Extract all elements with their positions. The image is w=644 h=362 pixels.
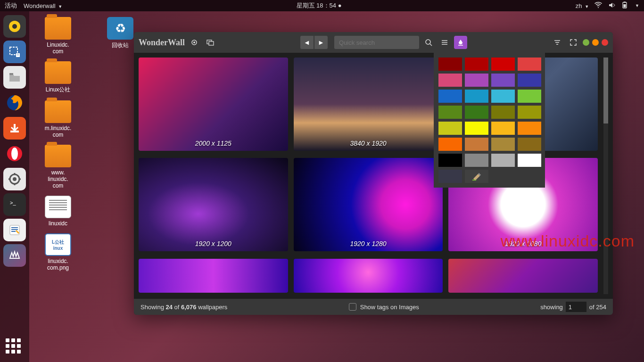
volume-icon[interactable]	[608, 1, 615, 10]
color-swatch[interactable]	[438, 90, 462, 103]
system-menu-icon[interactable]: ▼	[635, 3, 639, 8]
color-picker-popup	[434, 53, 545, 188]
wallpaper-thumb[interactable]: 1920 x 1280	[294, 158, 443, 251]
dock-screenshot[interactable]: +	[3, 41, 26, 63]
color-swatch[interactable]	[491, 122, 515, 135]
color-swatch[interactable]	[465, 154, 488, 167]
color-swatch[interactable]	[518, 58, 541, 71]
scrollbar[interactable]	[603, 58, 608, 294]
wallpaper-thumb[interactable]	[448, 259, 598, 293]
filter-icon[interactable]	[551, 36, 564, 49]
color-swatch[interactable]	[465, 122, 488, 135]
svg-text:+: +	[17, 53, 19, 57]
wifi-icon[interactable]	[594, 1, 602, 10]
dock-terminal[interactable]: >_	[3, 193, 26, 216]
svg-point-4	[12, 24, 17, 29]
desktop-folder[interactable]: Linuxidc. com	[37, 17, 79, 55]
color-swatch[interactable]	[518, 90, 541, 103]
color-swatch[interactable]	[438, 154, 462, 167]
color-swatch[interactable]	[465, 90, 488, 103]
wallpaper-thumb[interactable]: 2000 x 1125	[139, 58, 288, 151]
dock-wonderwall[interactable]	[3, 244, 26, 267]
color-swatch[interactable]	[491, 138, 515, 151]
gallery-button[interactable]	[204, 36, 217, 49]
activities-button[interactable]: 活动	[5, 1, 17, 10]
wallpaper-thumb[interactable]: 1920 x 1200	[139, 158, 288, 251]
app-menu[interactable]: Wonderwall ▼	[24, 2, 62, 9]
status-count: Showing 24 of 6,076 wallpapers	[140, 304, 227, 311]
show-apps-button[interactable]	[6, 338, 24, 356]
dock-settings[interactable]	[3, 168, 26, 190]
color-swatch[interactable]	[491, 154, 515, 167]
color-swatch[interactable]	[518, 154, 541, 167]
wonderwall-window: WonderWall ◄ ►	[134, 32, 613, 315]
color-swatch[interactable]	[465, 58, 488, 71]
search-input[interactable]	[334, 36, 419, 49]
svg-point-27	[426, 40, 430, 44]
nav-prev-button[interactable]: ◄	[300, 36, 314, 49]
color-swatch[interactable]	[438, 170, 462, 183]
color-swatch[interactable]	[438, 106, 462, 119]
svg-rect-26	[209, 41, 214, 45]
page-input[interactable]	[566, 302, 586, 312]
color-swatch[interactable]	[465, 74, 488, 87]
color-filter-button[interactable]	[454, 36, 467, 49]
show-tags-label: Show tags on Images	[360, 304, 419, 311]
resolution-label: 1920 x 1280	[294, 240, 443, 247]
clock[interactable]: 星期五 18：54 ●	[62, 1, 576, 10]
dock-software[interactable]	[3, 117, 26, 140]
titlebar: WonderWall ◄ ►	[134, 32, 613, 53]
resolution-label: 3840 x 1920	[294, 140, 443, 147]
color-swatch[interactable]	[518, 74, 541, 87]
maximize-button[interactable]	[592, 39, 599, 46]
desktop-folder[interactable]: m.linuxidc. com	[37, 100, 79, 138]
wallpaper-thumb[interactable]: 3840 x 1920	[294, 58, 443, 151]
svg-rect-8	[9, 73, 13, 75]
color-swatch[interactable]	[438, 122, 462, 135]
svg-text:>_: >_	[10, 200, 16, 206]
color-swatch[interactable]	[465, 138, 488, 151]
color-swatch[interactable]	[491, 90, 515, 103]
list-icon[interactable]	[438, 36, 451, 49]
settings-button[interactable]	[188, 36, 201, 49]
statusbar: Showing 24 of 6,076 wallpapers Show tags…	[134, 299, 613, 315]
resolution-label: 1920 x 1200	[139, 240, 288, 247]
color-swatch[interactable]	[491, 74, 515, 87]
nav-next-button[interactable]: ►	[314, 36, 328, 49]
resolution-label: 2000 x 1125	[139, 140, 288, 147]
page-total: of 254	[589, 304, 606, 311]
resolution-label: 1920 x 1080	[448, 240, 598, 247]
wallpaper-thumb[interactable]	[294, 259, 443, 293]
svg-point-24	[193, 41, 195, 43]
color-swatch[interactable]	[438, 58, 462, 71]
dock-firefox[interactable]	[3, 91, 26, 114]
close-button[interactable]	[602, 39, 608, 46]
content-area: 2000 x 11253840 x 19201920 x 12001920 x …	[134, 53, 613, 299]
dock-gedit[interactable]	[3, 219, 26, 241]
gnome-topbar: 活动 Wonderwall ▼ 星期五 18：54 ● zh ▼ ▼	[0, 0, 644, 11]
color-swatch[interactable]	[465, 106, 488, 119]
dock-opera[interactable]	[3, 142, 26, 165]
dock: + >_	[0, 11, 29, 362]
desktop-document[interactable]: linuxidc	[37, 196, 79, 227]
show-tags-checkbox[interactable]	[349, 303, 356, 311]
search-icon[interactable]	[422, 36, 435, 49]
clear-color-button[interactable]	[465, 170, 488, 183]
color-swatch[interactable]	[438, 74, 462, 87]
color-swatch[interactable]	[518, 106, 541, 119]
color-swatch[interactable]	[438, 138, 462, 151]
dock-rhythmbox[interactable]	[3, 15, 26, 38]
color-swatch[interactable]	[518, 138, 541, 151]
minimize-button[interactable]	[583, 39, 589, 46]
wallpaper-thumb[interactable]	[139, 259, 288, 293]
dock-files[interactable]	[3, 66, 26, 89]
desktop-image[interactable]: L公社inuxlinuxidc. com.png	[37, 233, 79, 271]
desktop-folder[interactable]: www. linuxidc. com	[37, 145, 79, 189]
desktop-folder[interactable]: Linux公社	[37, 61, 79, 94]
color-swatch[interactable]	[518, 122, 541, 135]
color-swatch[interactable]	[491, 58, 515, 71]
battery-icon[interactable]	[621, 1, 628, 10]
input-method[interactable]: zh ▼	[576, 2, 589, 9]
fullscreen-icon[interactable]	[567, 36, 580, 49]
color-swatch[interactable]	[491, 106, 515, 119]
